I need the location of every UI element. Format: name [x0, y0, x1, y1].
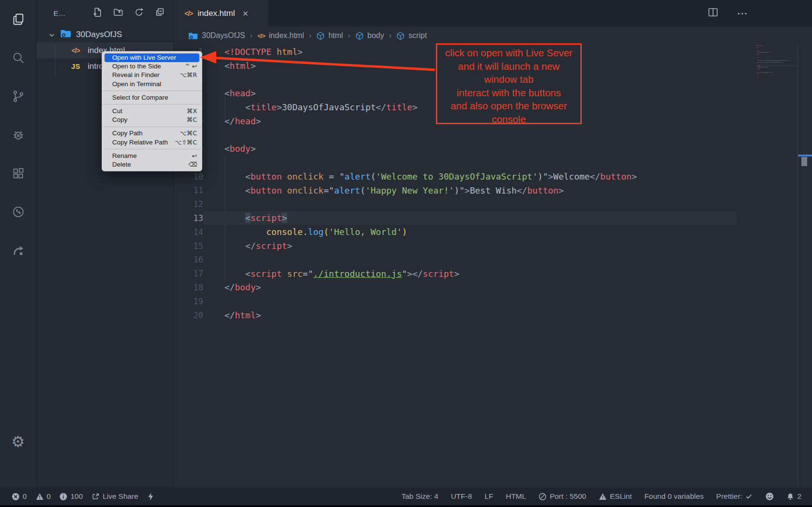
- minimap-content: 1<!DOCTYPE html>2<html>34<head>5 <title>…: [753, 45, 797, 78]
- search-icon[interactable]: [0, 39, 36, 77]
- code-line-14[interactable]: 14 console.log('Hello, World'): [174, 225, 797, 239]
- breadcrumb-item-body[interactable]: body: [355, 31, 384, 40]
- status-item-port-5500[interactable]: Port : 5500: [538, 492, 586, 501]
- menu-item-delete[interactable]: Delete⌫: [102, 160, 202, 169]
- status-item-label: Port : 5500: [550, 492, 586, 501]
- status-item-2[interactable]: 2: [786, 492, 801, 501]
- status-item-live-share[interactable]: Live Share: [92, 492, 138, 501]
- status-item-utf-8[interactable]: UTF-8: [451, 492, 472, 501]
- debug-icon[interactable]: [0, 116, 36, 154]
- menu-item-rename[interactable]: Rename↩: [102, 152, 202, 160]
- code-line-9[interactable]: 9: [174, 156, 797, 169]
- status-item-100[interactable]: 100: [59, 492, 83, 501]
- warning-icon: [599, 493, 607, 501]
- status-item-0[interactable]: 0: [12, 492, 27, 501]
- explorer-title: E…: [53, 9, 66, 17]
- code-line-13[interactable]: 13 <script>: [174, 211, 797, 225]
- code-line-8[interactable]: 8<body>: [174, 142, 797, 156]
- status-item-prettier[interactable]: Prettier:: [716, 492, 753, 501]
- more-actions-icon[interactable]: ⋯: [737, 7, 748, 19]
- minimap[interactable]: 1<!DOCTYPE html>2<html>34<head>5 <title>…: [753, 45, 797, 478]
- status-item-tab-size-4[interactable]: Tab Size: 4: [401, 492, 438, 501]
- line-number: 11: [174, 185, 203, 195]
- menu-shortcut: ↩: [192, 152, 197, 160]
- menu-separator: [103, 149, 201, 149]
- status-item-label: HTML: [506, 492, 526, 501]
- tab-strip: </> index.html × ⋯: [174, 0, 812, 26]
- collapse-all-icon[interactable]: [155, 7, 165, 19]
- code-line-17[interactable]: 17 <script src="./introduction.js"></scr…: [174, 267, 797, 281]
- timeline-icon[interactable]: [0, 193, 36, 231]
- status-item-label: 2: [797, 492, 801, 501]
- status-item-label: 0: [23, 492, 27, 501]
- line-number: 18: [174, 283, 203, 292]
- bolt-icon: [147, 493, 154, 501]
- symbol-cube-icon: [355, 32, 364, 40]
- code-line-20[interactable]: 20</html>: [174, 308, 797, 322]
- code-line-19[interactable]: 19: [174, 294, 797, 308]
- breadcrumb-item-folder[interactable]: 30DaysOfJS: [188, 31, 245, 40]
- status-item-eslint[interactable]: ESLint: [599, 492, 632, 501]
- code-line-12[interactable]: 12: [174, 197, 797, 211]
- extensions-icon[interactable]: [0, 154, 36, 193]
- menu-separator: [103, 104, 201, 104]
- error-icon: [12, 493, 20, 501]
- line-number: 12: [174, 199, 203, 209]
- code-line-7[interactable]: 7: [174, 128, 797, 142]
- new-file-icon[interactable]: [92, 7, 103, 19]
- close-icon[interactable]: ×: [243, 9, 249, 18]
- menu-item-open-to-the-side[interactable]: Open to the Side^ ↩: [102, 62, 202, 71]
- symbol-cube-icon: [396, 32, 405, 40]
- status-right: Tab Size: 4UTF-8LFHTMLPort : 5500ESLintF…: [401, 492, 812, 501]
- new-folder-icon[interactable]: [113, 7, 123, 19]
- explorer-header: E…: [37, 0, 173, 26]
- status-item-label: Live Share: [103, 492, 138, 501]
- status-bar: 00100Live Share Tab Size: 4UTF-8LFHTMLPo…: [0, 488, 812, 505]
- explorer-icon[interactable]: [0, 0, 36, 39]
- html-file-icon: </>: [68, 47, 83, 54]
- code-line-15[interactable]: 15 </script>: [174, 239, 797, 253]
- folder-icon: [60, 29, 71, 40]
- status-item-smiley-icon[interactable]: [765, 492, 774, 501]
- status-item-0[interactable]: 0: [36, 492, 51, 501]
- info-icon: [59, 493, 67, 501]
- overview-ruler[interactable]: [798, 45, 812, 488]
- breadcrumb-item-script[interactable]: script: [396, 31, 427, 40]
- line-number: 20: [174, 311, 203, 320]
- code-line-11[interactable]: 11 <button onclick="alert('Happy New Yea…: [174, 183, 797, 197]
- menu-item-cut[interactable]: Cut⌘X: [102, 107, 202, 116]
- menu-item-copy-path[interactable]: Copy Path⌥⌘C: [102, 129, 202, 138]
- status-item-lf[interactable]: LF: [485, 492, 493, 501]
- menu-shortcut: ⌘C: [187, 116, 197, 124]
- menu-separator: [103, 127, 201, 127]
- html-file-icon: </>: [184, 10, 193, 17]
- settings-gear-icon[interactable]: ⚙: [0, 433, 36, 450]
- tab-index-html[interactable]: </> index.html ×: [174, 0, 269, 26]
- symbol-cube-icon: [316, 32, 325, 40]
- status-item-html[interactable]: HTML: [506, 492, 526, 501]
- menu-item-copy[interactable]: Copy⌘C: [102, 116, 202, 124]
- ruler-selection-marker: [801, 157, 807, 166]
- status-item-found-0-variables[interactable]: Found 0 variables: [644, 492, 704, 501]
- breadcrumb-item-file[interactable]: </> index.html: [257, 31, 304, 40]
- breadcrumb-separator: ›: [250, 31, 253, 40]
- smiley-icon: [765, 492, 774, 501]
- menu-item-copy-relative-path[interactable]: Copy Relative Path⌥⇧⌘C: [102, 138, 202, 147]
- source-control-icon[interactable]: [0, 77, 36, 116]
- live-share-icon[interactable]: [0, 231, 36, 270]
- menu-item-open-with-live-server[interactable]: Open with Live Server: [105, 53, 199, 62]
- code-line-16[interactable]: 16: [174, 253, 797, 267]
- tab-label: index.html: [197, 9, 235, 18]
- refresh-icon[interactable]: [134, 7, 144, 19]
- code-line-18[interactable]: 18</body>: [174, 281, 797, 295]
- split-editor-icon[interactable]: [707, 7, 719, 19]
- menu-item-reveal-in-finder[interactable]: Reveal in Finder⌥⌘R: [102, 71, 202, 79]
- status-item-bolt-icon[interactable]: [147, 493, 154, 501]
- menu-item-open-in-terminal[interactable]: Open in Terminal: [102, 80, 202, 89]
- breadcrumb-item-html[interactable]: html: [316, 31, 343, 40]
- live-share-icon: [92, 493, 100, 501]
- code-line-10[interactable]: 10 <button onclick = "alert('Welcome to …: [174, 169, 797, 183]
- js-file-icon: JS: [68, 62, 83, 70]
- menu-item-select-for-compare[interactable]: Select for Compare: [102, 93, 202, 102]
- tree-folder-30daysofjs[interactable]: 30DaysOfJS: [37, 26, 173, 42]
